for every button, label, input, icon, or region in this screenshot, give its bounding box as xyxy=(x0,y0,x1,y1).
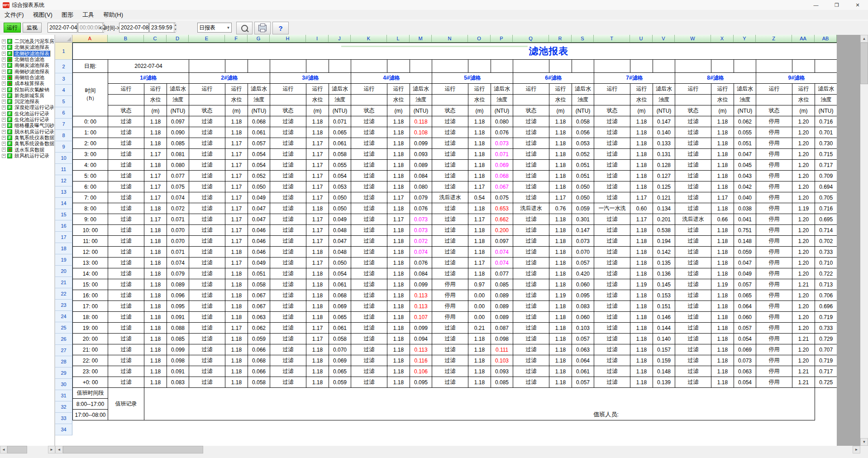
menu-item-3[interactable]: 工具 xyxy=(78,10,99,20)
sub-header-cell[interactable]: 运行 xyxy=(675,84,711,95)
status-cell-g2[interactable]: 过滤 xyxy=(189,203,225,214)
status-cell-g1[interactable]: 过滤 xyxy=(108,181,144,192)
level-cell-g9[interactable]: 1.20 xyxy=(792,127,815,138)
time-cell[interactable]: 3: 00 xyxy=(73,149,108,160)
ntu-cell-g8[interactable]: 0.045 xyxy=(734,160,756,171)
status-cell-g6[interactable]: 过滤 xyxy=(513,279,549,290)
status-cell-g1[interactable]: 过滤 xyxy=(108,214,144,225)
ntu-cell-g9[interactable]: 0.694 xyxy=(815,181,837,192)
column-header-B[interactable]: B xyxy=(108,35,144,43)
level-cell-g9[interactable]: 1.20 xyxy=(792,236,815,247)
status-cell-g3[interactable]: 过滤 xyxy=(270,290,306,301)
level-cell-g5[interactable]: 0.00 xyxy=(468,312,491,323)
status-cell-g9[interactable]: 停用 xyxy=(756,225,792,236)
ntu-cell-g9[interactable]: 0.702 xyxy=(815,236,837,247)
ntu-cell-g9[interactable]: 0.719 xyxy=(815,355,837,366)
column-header-H[interactable]: H xyxy=(270,35,306,43)
level-cell-g6[interactable]: 1.18 xyxy=(549,301,572,312)
ntu-cell-g7[interactable]: 0.148 xyxy=(653,366,675,377)
column-header-AB[interactable]: AB xyxy=(815,35,837,43)
status-cell-g3[interactable]: 过滤 xyxy=(270,160,306,171)
status-cell-g7[interactable]: 过滤 xyxy=(594,138,630,149)
level-cell-g7[interactable]: 1.18 xyxy=(630,377,653,388)
level-cell-g4[interactable]: 1.18 xyxy=(387,301,410,312)
status-cell-g1[interactable]: 过滤 xyxy=(108,127,144,138)
ntu-cell-g3[interactable]: 0.069 xyxy=(329,355,351,366)
ntu-cell-g3[interactable]: 0.054 xyxy=(329,171,351,181)
sub-header-cell[interactable]: 运行 xyxy=(630,84,653,95)
level-cell-g9[interactable]: 1.20 xyxy=(792,225,815,236)
ntu-cell-g5[interactable]: 0.098 xyxy=(491,334,513,344)
level-cell-g1[interactable]: 1.18 xyxy=(144,258,167,268)
sub-header-cell[interactable]: (NTU) xyxy=(653,105,675,116)
time-header-cell[interactable]: 时间（h） xyxy=(73,73,108,116)
level-cell-g8[interactable]: 1.18 xyxy=(711,127,734,138)
ntu-cell-g3[interactable]: 0.059 xyxy=(329,377,351,388)
sub-header-cell[interactable]: (NTU) xyxy=(248,105,270,116)
level-cell-g4[interactable]: 1.18 xyxy=(387,279,410,290)
empty-cell[interactable] xyxy=(549,60,572,73)
time-cell[interactable]: 17: 00 xyxy=(73,301,108,312)
ntu-cell-g2[interactable]: 0.054 xyxy=(248,160,270,171)
status-cell-g8[interactable]: 过滤 xyxy=(675,247,711,258)
ntu-cell-g4[interactable]: 0.095 xyxy=(410,377,432,388)
status-cell-g2[interactable]: 过滤 xyxy=(189,192,225,203)
ntu-cell-g8[interactable]: 0.062 xyxy=(734,116,756,127)
ntu-cell-g6[interactable]: 0.420 xyxy=(572,268,594,279)
ntu-cell-g9[interactable]: 0.709 xyxy=(815,171,837,181)
status-cell-g2[interactable]: 过滤 xyxy=(189,377,225,388)
status-cell-g4[interactable]: 过滤 xyxy=(351,334,387,344)
empty-cell[interactable] xyxy=(630,60,653,73)
time-cell[interactable]: 8: 00 xyxy=(73,203,108,214)
status-cell-g2[interactable]: 过滤 xyxy=(189,181,225,192)
ntu-cell-g4[interactable]: 0.089 xyxy=(410,160,432,171)
status-cell-g8[interactable]: 过滤 xyxy=(675,312,711,323)
status-cell-g1[interactable]: 过滤 xyxy=(108,149,144,160)
status-cell-g9[interactable]: 停用 xyxy=(756,171,792,181)
sub-header-cell[interactable]: (m) xyxy=(711,105,734,116)
ntu-cell-g1[interactable]: 0.090 xyxy=(167,127,189,138)
status-cell-g7[interactable]: 过滤 xyxy=(594,192,630,203)
status-cell-g8[interactable]: 过滤 xyxy=(675,171,711,181)
ntu-cell-g9[interactable]: 0.706 xyxy=(815,290,837,301)
ntu-cell-g4[interactable]: 0.099 xyxy=(410,279,432,290)
level-cell-g1[interactable]: 1.18 xyxy=(144,377,167,388)
ntu-cell-g6[interactable]: 0.051 xyxy=(572,171,594,181)
status-cell-g7[interactable]: 过滤 xyxy=(594,258,630,268)
level-cell-g7[interactable]: 1.17 xyxy=(630,214,653,225)
column-header-Q[interactable]: Q xyxy=(513,35,549,43)
scroll-thumb[interactable] xyxy=(63,446,203,453)
level-cell-g8[interactable]: 1.18 xyxy=(711,138,734,149)
column-header-V[interactable]: V xyxy=(653,35,675,43)
level-cell-g3[interactable]: 1.18 xyxy=(306,279,329,290)
level-cell-g4[interactable]: 1.18 xyxy=(387,290,410,301)
ntu-cell-g3[interactable]: 0.054 xyxy=(329,268,351,279)
filter-group-header-4[interactable]: 4#滤格 xyxy=(351,73,432,84)
level-cell-g5[interactable]: 1.17 xyxy=(468,214,491,225)
scroll-thumb[interactable] xyxy=(7,446,27,453)
status-cell-g8[interactable]: 过滤 xyxy=(675,366,711,377)
status-cell-g9[interactable]: 停用 xyxy=(756,138,792,149)
level-cell-g2[interactable]: 1.17 xyxy=(225,181,248,192)
ntu-cell-g8[interactable]: 0.059 xyxy=(734,247,756,258)
ntu-cell-g8[interactable]: 0.060 xyxy=(734,312,756,323)
ntu-cell-g5[interactable]: 0.662 xyxy=(491,214,513,225)
ntu-cell-g3[interactable]: 0.061 xyxy=(329,138,351,149)
level-cell-g8[interactable]: 0.66 xyxy=(711,214,734,225)
sub-header-cell[interactable]: (NTU) xyxy=(734,105,756,116)
status-cell-g3[interactable]: 过滤 xyxy=(270,279,306,290)
level-cell-g1[interactable]: 1.18 xyxy=(144,138,167,149)
ntu-cell-g4[interactable]: 0.093 xyxy=(410,149,432,160)
column-header-T[interactable]: T xyxy=(594,35,630,43)
sub-header-cell[interactable]: 浊度 xyxy=(329,95,351,105)
status-cell-g7[interactable]: 过滤 xyxy=(594,334,630,344)
level-cell-g3[interactable]: 1.18 xyxy=(306,203,329,214)
status-cell-g9[interactable]: 停用 xyxy=(756,334,792,344)
status-cell-g4[interactable]: 过滤 xyxy=(351,290,387,301)
empty-cell[interactable] xyxy=(189,60,225,73)
help-button[interactable]: ? xyxy=(272,22,289,34)
ntu-cell-g3[interactable]: 0.053 xyxy=(329,181,351,192)
column-header-K[interactable]: K xyxy=(351,35,387,43)
status-cell-g4[interactable]: 过滤 xyxy=(351,355,387,366)
level-cell-g9[interactable]: 1.20 xyxy=(792,323,815,334)
